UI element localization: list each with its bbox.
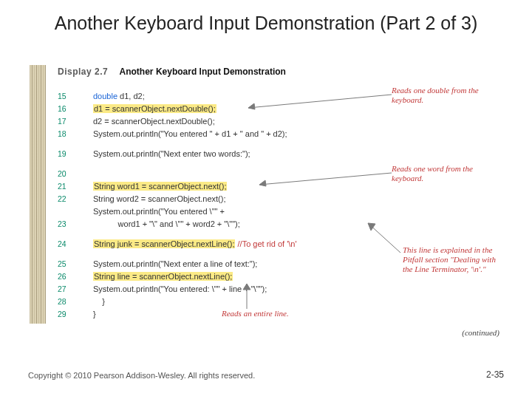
- line-number: 25: [58, 258, 78, 270]
- arrow-icon: [236, 278, 266, 310]
- copyright: Copyright © 2010 Pearson Addison-Wesley.…: [28, 371, 255, 380]
- line-number: 29: [58, 308, 78, 321]
- code-listing: 15 double d1, d2; 16 d1 = scannerObject.…: [58, 90, 494, 321]
- line-number: 24: [58, 238, 78, 250]
- code-line: String word1 = scannerObject.next();: [93, 180, 227, 193]
- code-comment: //To get rid of '\n': [235, 239, 296, 248]
- display-header: Display 2.7 Another Keyboard Input Demon…: [58, 66, 286, 77]
- highlight: d1 = scannerObject.nextDouble();: [93, 104, 216, 113]
- highlight: String line = scannerObject.nextLine();: [93, 272, 233, 281]
- code-line: d1 = scannerObject.nextDouble();: [93, 103, 216, 115]
- code-line: System.out.println("Next enter a line of…: [93, 258, 257, 270]
- page-number: 2-35: [486, 369, 504, 380]
- code-line: double d1, d2;: [93, 90, 145, 103]
- line-number: 19: [58, 148, 78, 160]
- code-line: word1 + "\" and \"" + word2 + "\"");: [93, 218, 240, 231]
- display-label: Display 2.7: [58, 66, 108, 77]
- svg-marker-7: [243, 284, 250, 290]
- annotation-double: Reads one double from the keyboard.: [392, 86, 488, 105]
- continued-label: (continued): [462, 328, 499, 337]
- line-number: 28: [58, 296, 78, 308]
- line-number: 16: [58, 103, 78, 115]
- arrow-icon: [255, 171, 392, 191]
- code-line: String word2 = scannerObject.next();: [93, 193, 225, 205]
- code-line: }: [93, 308, 96, 321]
- arrow-icon: [244, 93, 392, 115]
- slide-title: Another Keyboard Input Demonstration (Pa…: [28, 12, 504, 35]
- annotation-pitfall: This line is explained in the Pitfall se…: [403, 245, 499, 275]
- line-number: 22: [58, 193, 78, 205]
- highlight: String word1 = scannerObject.next();: [93, 182, 227, 191]
- svg-marker-3: [259, 180, 266, 186]
- code-line: System.out.println("Next enter two words…: [93, 148, 250, 160]
- slide: Another Keyboard Input Demonstration (Pa…: [0, 0, 532, 399]
- svg-line-0: [248, 95, 392, 108]
- line-number: 26: [58, 270, 78, 283]
- line-number: 18: [58, 128, 78, 140]
- code-line: d2 = scannerObject.nextDouble();: [93, 115, 215, 128]
- code-line: }: [93, 296, 105, 308]
- line-number: 27: [58, 283, 78, 296]
- annotation-word: Reads one word from the keyboard.: [392, 164, 488, 183]
- code-line: System.out.println("You entered \"" +: [93, 205, 225, 218]
- code-line: String junk = scannerObject.nextLine(); …: [93, 238, 297, 250]
- svg-marker-1: [248, 103, 255, 109]
- arrow-icon: [362, 219, 406, 259]
- line-number: 21: [58, 180, 78, 193]
- line-number: 20: [58, 168, 78, 180]
- line-number: 15: [58, 90, 78, 103]
- svg-line-2: [259, 173, 392, 185]
- highlight: String junk = scannerObject.nextLine();: [93, 239, 235, 248]
- decorative-rule: [30, 65, 46, 324]
- code-line: System.out.println("You entered " + d1 +…: [93, 128, 287, 140]
- line-number: 17: [58, 115, 78, 128]
- display-caption: Another Keyboard Input Demonstration: [120, 66, 286, 77]
- code-line: String line = scannerObject.nextLine();: [93, 270, 233, 283]
- svg-marker-5: [368, 223, 375, 231]
- line-number: 23: [58, 218, 78, 231]
